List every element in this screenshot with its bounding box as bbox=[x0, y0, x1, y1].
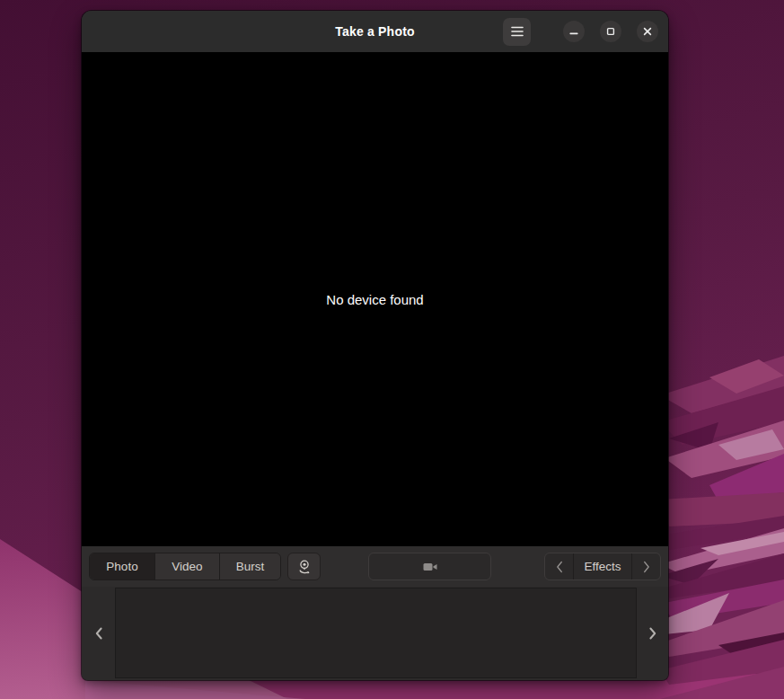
action-toolbar: Photo Video Burst bbox=[82, 546, 668, 587]
switch-camera-icon bbox=[295, 558, 313, 576]
maximize-button[interactable] bbox=[600, 21, 621, 42]
close-icon bbox=[642, 26, 653, 37]
gallery-prev-button[interactable] bbox=[89, 624, 109, 643]
titlebar-controls bbox=[503, 11, 658, 52]
gallery-next-button[interactable] bbox=[643, 624, 663, 643]
gallery-thumbnails-area bbox=[115, 588, 637, 678]
chevron-right-icon bbox=[643, 561, 650, 573]
close-button[interactable] bbox=[637, 21, 658, 42]
photo-gallery-strip bbox=[82, 587, 668, 680]
chevron-right-icon bbox=[648, 626, 657, 641]
tab-burst[interactable]: Burst bbox=[220, 553, 280, 580]
effects-next-button[interactable] bbox=[631, 553, 660, 580]
capture-button[interactable] bbox=[368, 553, 491, 580]
mode-tab-group: Photo Video Burst bbox=[89, 553, 281, 580]
menu-button[interactable] bbox=[503, 18, 531, 46]
minimize-button[interactable] bbox=[563, 21, 585, 42]
effects-group: Effects bbox=[544, 553, 661, 580]
camera-app-window: Take a Photo bbox=[82, 11, 668, 680]
hamburger-icon bbox=[510, 25, 524, 38]
chevron-left-icon bbox=[556, 561, 563, 573]
switch-camera-button[interactable] bbox=[287, 553, 321, 580]
tab-photo[interactable]: Photo bbox=[90, 553, 155, 580]
no-device-message: No device found bbox=[326, 292, 423, 307]
desktop: Take a Photo bbox=[0, 0, 784, 699]
effects-button[interactable]: Effects bbox=[574, 553, 631, 580]
chevron-left-icon bbox=[94, 626, 103, 641]
titlebar[interactable]: Take a Photo bbox=[82, 11, 668, 52]
camera-viewport: No device found bbox=[82, 52, 668, 546]
minimize-icon bbox=[568, 26, 579, 37]
tab-video[interactable]: Video bbox=[155, 553, 220, 580]
video-camera-icon bbox=[420, 560, 440, 574]
effects-prev-button[interactable] bbox=[545, 553, 574, 580]
maximize-icon bbox=[605, 26, 616, 37]
